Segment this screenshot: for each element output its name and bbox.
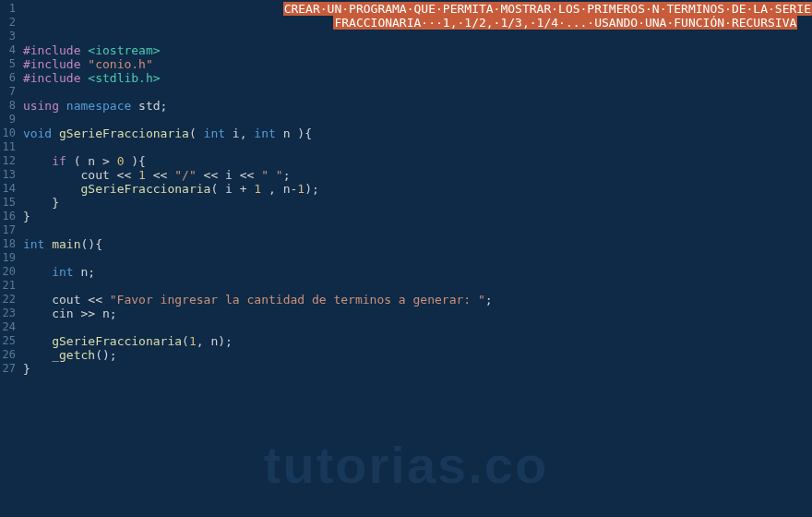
- code-line[interactable]: }: [23, 210, 812, 223]
- code-token: ();: [95, 348, 116, 362]
- code-line[interactable]: #include <iostream>: [23, 43, 812, 57]
- code-line[interactable]: [23, 85, 812, 99]
- line-number: 22: [0, 293, 16, 307]
- code-token: (: [182, 334, 189, 348]
- code-line[interactable]: void gSerieFraccionaria( int i, int n ){: [23, 126, 812, 140]
- line-number: 2: [0, 16, 16, 30]
- code-line[interactable]: using namespace std;: [23, 99, 812, 113]
- code-token: "conio.h": [88, 57, 152, 71]
- line-number: 8: [0, 99, 16, 113]
- code-token: [23, 348, 52, 362]
- code-line[interactable]: gSerieFraccionaria( i + 1 , n-1);: [23, 182, 812, 196]
- line-number: 1: [0, 2, 16, 16]
- code-token: ){: [124, 154, 145, 168]
- code-line[interactable]: int n;: [23, 265, 812, 279]
- code-token: 1: [297, 182, 304, 196]
- line-number: 3: [0, 30, 16, 43]
- line-number: 9: [0, 113, 16, 126]
- line-number: 6: [0, 71, 16, 85]
- code-token: cout <<: [23, 293, 110, 307]
- code-line[interactable]: [23, 113, 812, 126]
- code-token: , n);: [197, 334, 233, 348]
- code-line[interactable]: [23, 251, 812, 265]
- code-token: ( n >: [66, 154, 117, 168]
- code-token: FRACCIONARIA···1,·1/2,·1/3,·1/4·...·USAN…: [333, 16, 797, 30]
- code-token: <iostream>: [88, 43, 160, 57]
- code-token: #include: [23, 57, 88, 71]
- code-line[interactable]: [23, 320, 812, 334]
- line-number: 15: [0, 196, 16, 210]
- code-token: gSerieFraccionaria: [81, 182, 211, 196]
- line-number: 18: [0, 237, 16, 251]
- code-line[interactable]: #include "conio.h": [23, 57, 812, 71]
- code-token: [23, 182, 81, 196]
- line-number: 14: [0, 182, 16, 196]
- code-token: "Favor ingresar la cantidad de terminos …: [110, 293, 485, 307]
- code-token: #include: [23, 71, 88, 85]
- line-number: 25: [0, 334, 16, 348]
- line-number-gutter: 1234567891011121314151617181920212223242…: [0, 0, 23, 517]
- code-token: main: [52, 237, 80, 251]
- code-line[interactable]: [23, 140, 812, 154]
- code-line[interactable]: CREAR·UN·PROGRAMA·QUE·PERMITA·MOSTRAR·LO…: [23, 2, 812, 16]
- code-token: ;: [485, 293, 493, 307]
- code-token: [59, 99, 66, 113]
- code-token: ( i +: [210, 182, 254, 196]
- code-token: 1: [138, 168, 146, 182]
- code-token: int: [254, 126, 275, 140]
- code-line[interactable]: int main(){: [23, 237, 812, 251]
- code-token: n ){: [276, 126, 312, 140]
- code-token: namespace: [66, 99, 131, 113]
- code-token: CREAR·UN·PROGRAMA·QUE·PERMITA·MOSTRAR·LO…: [283, 2, 812, 16]
- line-number: 13: [0, 168, 16, 182]
- code-token: << i <<: [197, 168, 261, 182]
- code-token: [23, 154, 52, 168]
- line-number: 19: [0, 251, 16, 265]
- code-token: ;: [283, 168, 291, 182]
- code-token: [23, 334, 52, 348]
- code-line[interactable]: cout << "Favor ingresar la cantidad de t…: [23, 293, 812, 307]
- code-token: i,: [225, 126, 254, 140]
- code-line[interactable]: FRACCIONARIA···1,·1/2,·1/3,·1/4·...·USAN…: [23, 16, 812, 30]
- code-line[interactable]: _getch();: [23, 348, 812, 362]
- code-token: [44, 237, 52, 251]
- line-number: 24: [0, 320, 16, 334]
- code-token: " ": [261, 168, 282, 182]
- line-number: 10: [0, 126, 16, 140]
- code-token: [23, 16, 334, 30]
- code-line[interactable]: }: [23, 362, 812, 376]
- code-token: int: [23, 237, 44, 251]
- code-token: using: [23, 99, 59, 113]
- code-token: int: [204, 126, 225, 140]
- code-line[interactable]: #include <stdlib.h>: [23, 71, 812, 85]
- code-token: void: [23, 126, 52, 140]
- code-line[interactable]: }: [23, 196, 812, 210]
- code-token: gSerieFraccionaria: [52, 334, 182, 348]
- code-token: cout <<: [23, 168, 138, 182]
- line-number: 4: [0, 43, 16, 57]
- code-line[interactable]: cout << 1 << "/" << i << " ";: [23, 168, 812, 182]
- code-line[interactable]: cin >> n;: [23, 307, 812, 320]
- code-token: }: [23, 362, 30, 376]
- line-number: 23: [0, 307, 16, 320]
- code-line[interactable]: [23, 30, 812, 43]
- code-token: (){: [81, 237, 102, 251]
- code-token: , n-: [261, 182, 297, 196]
- code-token: [23, 265, 52, 279]
- line-number: 20: [0, 265, 16, 279]
- code-token: }: [23, 196, 59, 210]
- code-line[interactable]: if ( n > 0 ){: [23, 154, 812, 168]
- line-number: 21: [0, 279, 16, 293]
- code-content-area[interactable]: CREAR·UN·PROGRAMA·QUE·PERMITA·MOSTRAR·LO…: [23, 0, 812, 517]
- code-line[interactable]: [23, 279, 812, 293]
- code-token: }: [23, 210, 30, 223]
- code-token: <stdlib.h>: [88, 71, 160, 85]
- code-token: 1: [254, 182, 261, 196]
- code-token: #include: [23, 43, 88, 57]
- code-line[interactable]: [23, 223, 812, 237]
- line-number: 7: [0, 85, 16, 99]
- code-token: gSerieFraccionaria: [59, 126, 189, 140]
- code-token: cin >> n;: [23, 307, 117, 320]
- code-line[interactable]: gSerieFraccionaria(1, n);: [23, 334, 812, 348]
- code-token: if: [52, 154, 66, 168]
